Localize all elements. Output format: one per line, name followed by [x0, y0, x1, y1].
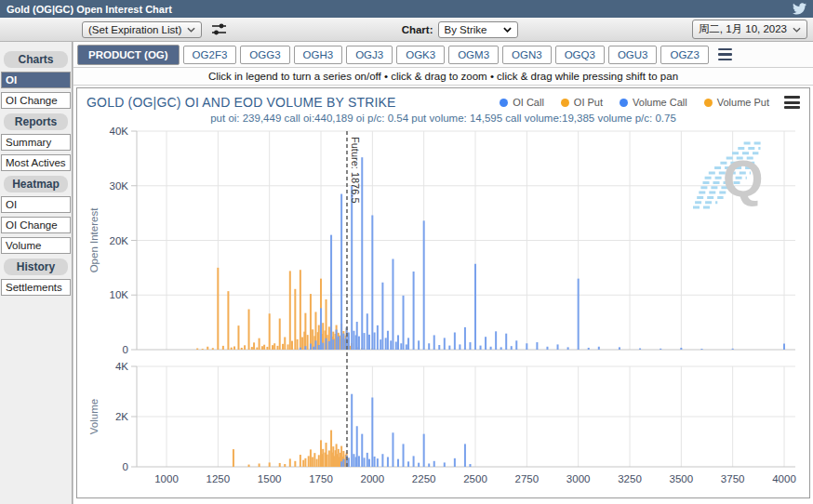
legend-dot-volume-call — [620, 99, 628, 107]
legend-item-volume-call[interactable]: Volume Call — [620, 97, 687, 108]
svg-text:30K: 30K — [110, 180, 129, 192]
legend-label: OI Put — [574, 97, 603, 108]
date-select[interactable]: 周二, 1月 10, 2023 — [692, 20, 807, 39]
tab-overflow-menu-icon[interactable] — [713, 46, 738, 63]
future-price-label: Future: 1876.5 — [350, 137, 361, 204]
window-title-bar: Gold (OG|GC) Open Interest Chart — [0, 0, 813, 18]
tab-ogh3[interactable]: OGH3 — [294, 46, 343, 64]
expiration-list-value: (Set Expiration List) — [88, 24, 181, 35]
series-volume-call — [340, 394, 471, 467]
chart-panel-header: GOLD (OG|GC) OI AND EOD VOLUME BY STRIKE… — [77, 88, 809, 112]
svg-text:2000: 2000 — [361, 473, 385, 484]
legend-dot-volume-put — [704, 99, 713, 107]
chevron-down-icon — [793, 27, 801, 33]
chart-legend: OI CallOI PutVolume CallVolume Put — [500, 97, 769, 108]
contract-tab-bar: PRODUCT (OG)OG2F3OGG3OGH3OGJ3OGK3OGM3OGN… — [73, 42, 813, 67]
legend-item-oi-call[interactable]: OI Call — [500, 97, 544, 108]
svg-text:Q: Q — [723, 149, 764, 207]
chart-stats: put oi: 239,449 call oi:440,189 oi p/c: … — [77, 112, 809, 126]
tab-og2f3[interactable]: OG2F3 — [183, 46, 237, 64]
svg-text:3750: 3750 — [721, 473, 745, 484]
chart-type-value: By Strike — [445, 24, 487, 35]
svg-text:1500: 1500 — [258, 473, 282, 484]
sliders-icon[interactable] — [211, 22, 227, 36]
sidebar: ChartsOIOI ChangeReportsSummaryMost Acti… — [0, 42, 73, 504]
svg-text:3000: 3000 — [566, 473, 591, 484]
sidebar-section-header-reports: Reports — [4, 113, 68, 130]
chart-menu-icon[interactable] — [784, 96, 800, 109]
chart-hint-bar: Click in legend to turn a series on/off … — [73, 67, 813, 86]
sidebar-item-charts-oi[interactable]: OI — [1, 72, 71, 88]
chart-plot-area[interactable]: 010K20K30K40KOpen InterestQ02K4KVolume10… — [77, 126, 809, 497]
tab-ogg3[interactable]: OGG3 — [240, 46, 289, 64]
chevron-down-icon — [503, 27, 512, 33]
svg-text:3250: 3250 — [618, 473, 642, 484]
tab-ogk3[interactable]: OGK3 — [396, 46, 445, 64]
sidebar-item-reports-most-actives[interactable]: Most Actives — [1, 154, 71, 171]
svg-text:1750: 1750 — [309, 473, 333, 484]
chart-type-select[interactable]: By Strike — [438, 21, 518, 38]
svg-text:2K: 2K — [115, 411, 128, 422]
svg-text:0: 0 — [123, 461, 128, 472]
legend-label: OI Call — [513, 97, 544, 108]
tab-product-og[interactable]: PRODUCT (OG) — [77, 45, 180, 65]
legend-label: Volume Put — [717, 97, 769, 108]
svg-text:10K: 10K — [110, 289, 129, 300]
tab-ogm3[interactable]: OGM3 — [448, 46, 499, 64]
sidebar-item-heatmap-volume[interactable]: Volume — [1, 237, 71, 254]
chart-title: GOLD (OG|GC) OI AND EOD VOLUME BY STRIKE — [87, 95, 396, 110]
chart-select-label: Chart: — [402, 24, 433, 35]
svg-text:1000: 1000 — [154, 473, 179, 484]
legend-item-volume-put[interactable]: Volume Put — [704, 97, 769, 108]
twitter-icon[interactable] — [793, 3, 806, 15]
sidebar-item-history-settlements[interactable]: Settlements — [1, 279, 71, 296]
svg-text:3500: 3500 — [670, 473, 694, 484]
chevron-down-icon — [187, 27, 195, 33]
tab-ogq3[interactable]: OGQ3 — [555, 46, 605, 64]
legend-dot-oi-put — [561, 99, 569, 107]
svg-text:20K: 20K — [110, 235, 129, 246]
svg-text:4K: 4K — [115, 361, 128, 372]
y-axis-label-volume: Volume — [88, 399, 100, 434]
oi-volume-chart[interactable]: 010K20K30K40KOpen InterestQ02K4KVolume10… — [85, 126, 802, 494]
svg-text:1250: 1250 — [207, 473, 231, 484]
sidebar-item-heatmap-oi[interactable]: OI — [1, 196, 71, 213]
sidebar-section-header-history: History — [4, 259, 68, 275]
tab-ogu3[interactable]: OGU3 — [608, 46, 658, 64]
expiration-list-select[interactable]: (Set Expiration List) — [82, 21, 202, 38]
series-volume-put — [233, 431, 349, 467]
svg-text:2750: 2750 — [515, 473, 540, 484]
date-value: 周二, 1月 10, 2023 — [699, 22, 787, 36]
sidebar-item-heatmap-oi-change[interactable]: OI Change — [1, 217, 71, 233]
legend-item-oi-put[interactable]: OI Put — [561, 97, 603, 108]
chart-panel: GOLD (OG|GC) OI AND EOD VOLUME BY STRIKE… — [76, 87, 810, 498]
sidebar-section-header-heatmap: Heatmap — [4, 176, 68, 192]
svg-text:2500: 2500 — [463, 473, 487, 484]
tab-ogj3[interactable]: OGJ3 — [346, 46, 393, 64]
tab-ogz3[interactable]: OGZ3 — [660, 46, 708, 64]
sidebar-item-reports-summary[interactable]: Summary — [1, 134, 71, 151]
main-area: PRODUCT (OG)OG2F3OGG3OGH3OGJ3OGK3OGM3OGN… — [73, 42, 813, 504]
legend-dot-oi-call — [500, 99, 508, 107]
sidebar-section-header-charts: Charts — [4, 51, 68, 68]
legend-label: Volume Call — [633, 97, 687, 108]
svg-text:4000: 4000 — [772, 473, 796, 484]
svg-text:40K: 40K — [110, 126, 129, 137]
chart-hint-text: Click in legend to turn a series on/off … — [208, 71, 678, 82]
svg-text:0: 0 — [123, 344, 128, 355]
window-title: Gold (OG|GC) Open Interest Chart — [7, 4, 172, 15]
y-axis-label-open_interest: Open Interest — [88, 207, 100, 272]
toolbar: (Set Expiration List) Chart: By Strike 周… — [0, 18, 813, 42]
sidebar-item-charts-oi-change[interactable]: OI Change — [1, 92, 71, 109]
svg-text:2250: 2250 — [412, 473, 436, 484]
tab-ogn3[interactable]: OGN3 — [502, 46, 552, 64]
